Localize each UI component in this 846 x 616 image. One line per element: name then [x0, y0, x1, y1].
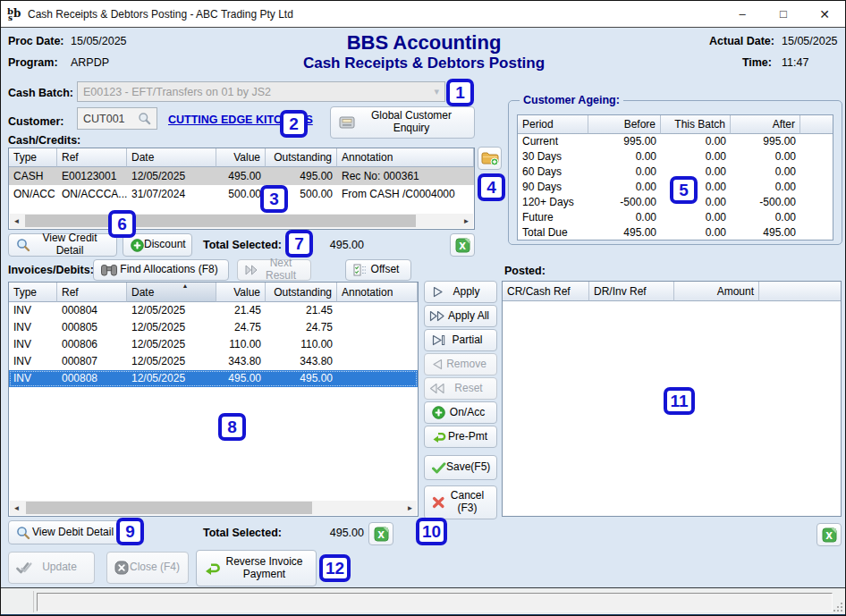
inv-cell: 12/05/2025 [127, 319, 216, 336]
cc-excel-export-button[interactable]: X [450, 233, 475, 257]
ageing-col-period[interactable]: Period [518, 115, 588, 134]
customer-search-icon[interactable] [138, 112, 151, 125]
maximize-button[interactable]: □ [763, 1, 804, 27]
inv-col-annotation[interactable]: Annotation [337, 283, 418, 302]
ageing-cell: 0.00 [588, 180, 661, 195]
on-acc-button[interactable]: On/Acc [424, 401, 497, 424]
scroll-right-icon[interactable]: ► [403, 504, 417, 512]
folder-add-icon [481, 150, 499, 166]
ageing-col-thisbatch[interactable]: This Batch [661, 115, 731, 134]
inv-col-value[interactable]: Value [216, 283, 266, 302]
save-button[interactable]: Save(F5) [424, 455, 497, 480]
ageing-cell: Current [518, 134, 588, 149]
close-f4-button[interactable]: Close (F4) [106, 552, 189, 584]
inv-cell: 000806 [57, 336, 127, 353]
table-row-selected[interactable]: INV 000808 12/05/2025 495.00 495.00 [9, 370, 418, 387]
table-row[interactable]: INV 000806 12/05/2025 110.00 110.00 [9, 336, 418, 353]
pre-pmt-button[interactable]: Pre-Pmt [424, 426, 497, 448]
inv-excel-export-button[interactable]: X [368, 522, 393, 545]
posted-col-amount[interactable]: Amount [674, 282, 759, 301]
cc-col-type[interactable]: Type [9, 148, 57, 167]
proc-date-label: Proc Date: [8, 35, 64, 47]
excel-icon: X [455, 238, 470, 253]
view-debit-detail-button[interactable]: View Debit Detail [8, 520, 123, 544]
cancel-button[interactable]: Cancel (F3) [424, 485, 497, 519]
cc-cell: 12/05/2025 [127, 167, 216, 185]
close-button[interactable]: ✕ [804, 1, 845, 27]
resize-grip[interactable] [833, 602, 843, 612]
cc-col-ref[interactable]: Ref [57, 148, 127, 167]
remove-button[interactable]: Remove [424, 353, 497, 376]
callout-11: 11 [664, 387, 695, 415]
inv-cell: 12/05/2025 [127, 302, 216, 319]
inv-cell: 12/05/2025 [127, 370, 216, 387]
cash-batch-label: Cash Batch: [8, 87, 73, 99]
posted-excel-export-button[interactable]: X [816, 523, 842, 546]
ageing-col-before[interactable]: Before [588, 115, 661, 134]
update-button[interactable]: Update [8, 552, 95, 584]
cash-batch-combobox[interactable]: E00123 - EFT/Transfers on 01 by JS2 ▾ [77, 81, 445, 102]
discount-label: Discount [144, 239, 186, 251]
ageing-col-after[interactable]: After [731, 115, 800, 134]
customer-code-input[interactable]: CUT001 [77, 107, 157, 130]
scroll-thumb[interactable] [26, 502, 312, 514]
table-row[interactable]: INV 000804 12/05/2025 21.45 21.45 [9, 302, 418, 319]
apply-all-button[interactable]: Apply All [424, 305, 497, 327]
invoices-hscrollbar[interactable]: ◄ ► [10, 501, 417, 515]
inv-total-selected-value: 495.00 [305, 527, 364, 539]
ageing-cell: 0.00 [661, 134, 731, 149]
table-row[interactable]: CASH E00123001 12/05/2025 495.00 495.00 … [9, 167, 474, 185]
cc-cell: 495.00 [216, 167, 266, 185]
inv-total-selected-label: Total Selected: [203, 527, 282, 539]
svg-text:X: X [377, 530, 385, 540]
new-batch-folder-button[interactable] [478, 147, 502, 170]
view-credit-detail-label: View Credit Detail [30, 232, 109, 257]
offset-button[interactable]: Offset [345, 259, 411, 281]
global-customer-enquiry-button[interactable]: Global Customer Enquiry [330, 106, 475, 139]
find-allocations-button[interactable]: Find Allocations (F8) [93, 259, 229, 281]
cc-cell: 31/07/2024 [127, 185, 216, 203]
minimize-button[interactable]: – [722, 1, 763, 27]
ageing-row: Total Due 495.00 0.00 495.00 [518, 225, 833, 240]
chevron-down-icon: ▾ [434, 86, 439, 97]
scroll-thumb[interactable] [25, 215, 416, 227]
cc-cell: Rec No: 000361 [337, 167, 474, 185]
posted-col-crcash[interactable]: CR/Cash Ref [503, 282, 589, 301]
inv-cell [337, 370, 418, 387]
grey-check-icon [16, 561, 32, 574]
ageing-cell: Total Due [518, 225, 588, 240]
ageing-cell: 0.00 [661, 210, 731, 225]
cc-cell: E00123001 [57, 167, 127, 185]
pre-pmt-label: Pre-Pmt [446, 431, 489, 443]
ageing-cell: 60 Days [518, 165, 588, 180]
inv-col-date[interactable]: Date ▲ [127, 283, 216, 302]
next-result-button[interactable]: Next Result [237, 259, 311, 281]
reset-button[interactable]: Reset [424, 377, 497, 400]
reverse-invoice-payment-button[interactable]: Reverse Invoice Payment [196, 550, 317, 586]
cc-col-outstanding[interactable]: Outstanding [266, 148, 337, 167]
table-row[interactable]: INV 000805 12/05/2025 24.75 24.75 [9, 319, 418, 336]
cc-col-value[interactable]: Value [216, 148, 266, 167]
posted-col-drinv[interactable]: DR/Inv Ref [589, 282, 674, 301]
table-row[interactable]: INV 000807 12/05/2025 343.80 343.80 [9, 353, 418, 370]
cc-col-annotation[interactable]: Annotation [337, 148, 474, 167]
scroll-left-icon[interactable]: ◄ [10, 217, 23, 225]
update-label: Update [32, 561, 87, 574]
partial-button[interactable]: Partial [424, 329, 497, 351]
ageing-row: Future 0.00 0.00 0.00 [518, 210, 833, 225]
cash-credits-hscrollbar[interactable]: ◄ ► [10, 214, 473, 228]
view-credit-detail-button[interactable]: View Credit Detail [8, 233, 117, 257]
inv-col-outstanding[interactable]: Outstanding [266, 283, 337, 302]
ageing-row: Current 995.00 0.00 995.00 [518, 134, 833, 149]
table-row[interactable]: ON/ACC ON/ACCCA... 31/07/2024 500.00 500… [9, 185, 474, 203]
cc-col-date[interactable]: Date [127, 148, 216, 167]
inv-col-type[interactable]: Type [9, 283, 57, 302]
apply-button[interactable]: Apply [424, 281, 497, 303]
inv-cell: 000808 [57, 370, 127, 387]
inv-col-ref[interactable]: Ref [57, 283, 127, 302]
svg-text:X: X [825, 531, 833, 541]
scroll-left-icon[interactable]: ◄ [10, 504, 23, 512]
callout-2: 2 [280, 110, 308, 138]
excel-icon: X [374, 527, 389, 542]
scroll-right-icon[interactable]: ► [460, 217, 473, 225]
